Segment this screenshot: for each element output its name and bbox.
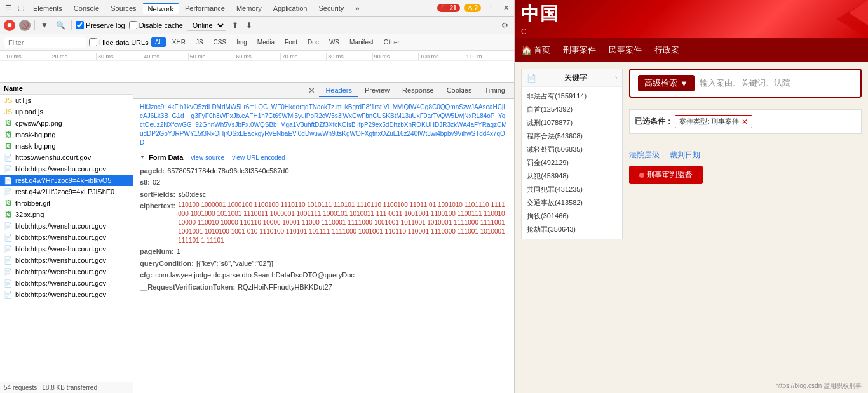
- filter-type-xhr[interactable]: XHR: [168, 37, 189, 47]
- tab-sources[interactable]: Sources: [105, 3, 141, 13]
- file-item-blob-4[interactable]: 📄 blob:https://wenshu.court.gov: [0, 243, 133, 255]
- file-item-wenshu-1[interactable]: 📄 https://wenshu.court.gov: [0, 152, 133, 163]
- devtools-menu-icon[interactable]: ☰: [3, 3, 14, 14]
- keyword-item[interactable]: 拘役(301466): [522, 210, 622, 223]
- settings-icon[interactable]: ⚙: [499, 20, 510, 30]
- detail-tab-headers[interactable]: Headers: [319, 84, 358, 97]
- form-data-section[interactable]: ▼ Form Data view source view URL encoded: [140, 152, 508, 163]
- view-url-encoded-link[interactable]: view URL encoded: [232, 153, 285, 163]
- file-item-cpwswapp-png[interactable]: 🖼 cpwswApp.png: [0, 117, 133, 129]
- keyword-item[interactable]: 程序合法(543608): [522, 130, 622, 143]
- detail-tab-response[interactable]: Response: [396, 84, 440, 97]
- file-item-blob-2[interactable]: 📄 blob:https://wenshu.court.gov: [0, 220, 133, 232]
- tab-application[interactable]: Application: [268, 3, 313, 13]
- file-item-blob-5[interactable]: 📄 blob:https://wenshu.court.gov: [0, 255, 133, 266]
- file-list-scroll[interactable]: JS util.js JS upload.js 🖼 cpwswApp.png 🖼…: [0, 95, 133, 382]
- tab-security[interactable]: Security: [313, 3, 349, 13]
- hide-data-urls-checkbox[interactable]: Hide data URLs: [89, 38, 149, 46]
- view-source-link[interactable]: view source: [191, 153, 224, 163]
- close-detail-icon[interactable]: ✕: [304, 84, 319, 97]
- more-options-icon[interactable]: ⋮: [485, 3, 496, 14]
- detail-content[interactable]: HifJzoc9: 4kFib1kvO5zdLDMdMW5Lr6mLQC_WF0…: [133, 99, 514, 393]
- keyword-item[interactable]: 抢劫罪(350643): [522, 223, 622, 236]
- filter-type-media[interactable]: Media: [254, 37, 278, 47]
- keyword-item[interactable]: 自首(1254392): [522, 103, 622, 116]
- search-icon[interactable]: 🔍: [54, 20, 67, 30]
- filter-type-font[interactable]: Font: [281, 37, 301, 47]
- file-item-mask-bg-2[interactable]: 🖼 mask-bg.png: [0, 140, 133, 152]
- file-item-mask-bg-1[interactable]: 🖼 mask-bg.png: [0, 129, 133, 140]
- remove-condition-icon[interactable]: ✕: [742, 117, 748, 126]
- file-item-32px[interactable]: 🖼 32px.png: [0, 209, 133, 220]
- upload-icon[interactable]: ⬆: [230, 20, 240, 30]
- keyword-expand-icon[interactable]: ›: [615, 74, 617, 81]
- filter-type-doc[interactable]: Doc: [304, 37, 323, 47]
- nav-admin[interactable]: 行政案: [654, 44, 679, 56]
- filter-type-css[interactable]: CSS: [210, 37, 231, 47]
- file-item-blob-1[interactable]: 📄 blob:https://wenshu.court.gov: [0, 163, 133, 175]
- keyword-item[interactable]: 从犯(458948): [522, 170, 622, 183]
- keyword-item[interactable]: 交通事故(413582): [522, 196, 622, 210]
- keyword-item[interactable]: 非法占有(1559114): [522, 90, 622, 103]
- download-icon[interactable]: ⬇: [244, 20, 254, 30]
- nav-criminal[interactable]: 刑事案件: [563, 44, 596, 56]
- warn-count-badge: ⚠ 2: [464, 4, 481, 12]
- disable-cache-checkbox[interactable]: Disable cache: [129, 21, 183, 29]
- filter-type-manifest[interactable]: Manifest: [346, 37, 377, 47]
- file-item-rest-1[interactable]: 📄 rest.q4w?HifJzoc9=4kFiblkvO5: [0, 175, 133, 186]
- keyword-item[interactable]: 减刑(1078877): [522, 116, 622, 130]
- img-file-icon: 🖼: [4, 210, 13, 219]
- tab-memory[interactable]: Memory: [231, 3, 267, 13]
- file-item-blob-8[interactable]: 📄 blob:https://wenshu.court.gov: [0, 289, 133, 300]
- tab-elements[interactable]: Elements: [28, 3, 67, 13]
- record-button[interactable]: ⏺: [4, 20, 15, 31]
- filter-type-all[interactable]: All: [151, 37, 166, 47]
- filter-type-ws[interactable]: WS: [325, 37, 343, 47]
- detail-tab-timing[interactable]: Timing: [478, 84, 512, 97]
- throttle-select[interactable]: Online: [187, 20, 226, 31]
- filter-type-js[interactable]: JS: [192, 37, 207, 47]
- keyword-item[interactable]: 共同犯罪(431235): [522, 183, 622, 196]
- field-label: pageNum:: [140, 246, 174, 257]
- img-file-icon: 🖼: [4, 130, 13, 139]
- filter-type-other[interactable]: Other: [380, 37, 403, 47]
- filter-type-img[interactable]: Img: [233, 37, 251, 47]
- preserve-log-checkbox[interactable]: Preserve log: [76, 21, 125, 29]
- court-level-filter[interactable]: 法院层级 ↓: [629, 150, 665, 161]
- devtools-inspect-icon[interactable]: ⬚: [15, 3, 27, 14]
- timeline-bar: 10 ms 20 ms 30 ms 40 ms 50 ms 60 ms 70 m…: [0, 51, 514, 83]
- tab-performance[interactable]: Performance: [180, 3, 230, 13]
- file-item-throbber[interactable]: 🖼 throbber.gif: [0, 197, 133, 209]
- nav-home-label: 首页: [534, 44, 550, 56]
- clear-button[interactable]: 🚫: [19, 20, 31, 31]
- tab-console[interactable]: Console: [69, 3, 104, 13]
- filter-icon[interactable]: ▼: [39, 20, 50, 30]
- criminal-supervision-button[interactable]: 刑事审判监督: [629, 166, 703, 184]
- file-item-util-js[interactable]: JS util.js: [0, 95, 133, 106]
- filter-input[interactable]: [4, 37, 86, 48]
- advanced-search-button[interactable]: 高级检索 ▼: [638, 75, 695, 91]
- search-input-placeholder[interactable]: 输入案由、关键词、法院: [700, 77, 853, 89]
- file-item-upload-js[interactable]: JS upload.js: [0, 106, 133, 117]
- file-item-blob-6[interactable]: 📄 blob:https://wenshu.court.gov: [0, 266, 133, 277]
- date-filter[interactable]: 裁判日期 ↓: [670, 150, 705, 161]
- close-devtools-icon[interactable]: ✕: [500, 3, 512, 14]
- blob-file-icon: 📄: [4, 256, 13, 265]
- keyword-item[interactable]: 减轻处罚(506835): [522, 143, 622, 156]
- toolbar-separator-2: [71, 20, 72, 30]
- detail-tab-preview[interactable]: Preview: [358, 84, 396, 97]
- file-item-blob-7[interactable]: 📄 blob:https://wenshu.court.gov: [0, 277, 133, 289]
- tab-more[interactable]: »: [350, 3, 364, 13]
- file-count-bar: 54 requests 18.8 KB transferred: [0, 382, 133, 393]
- detail-tab-cookies[interactable]: Cookies: [440, 84, 478, 97]
- field-value: com.lawyee.judge.dc.parse.dto.SearchData…: [155, 270, 355, 281]
- file-item-rest-2[interactable]: 📄 rest.q4w?HifJzoc9=4xLPJiShE0: [0, 186, 133, 197]
- nav-civil[interactable]: 民事案件: [609, 44, 642, 56]
- keyword-item[interactable]: 罚金(492129): [522, 156, 622, 170]
- nav-home[interactable]: 🏠 首页: [521, 44, 550, 56]
- file-item-blob-3[interactable]: 📄 blob:https://wenshu.court.gov: [0, 232, 133, 243]
- tick-70ms: 70 ms: [280, 53, 326, 60]
- devtools-main-area: Name JS util.js JS upload.js 🖼 cpwswApp.…: [0, 83, 514, 393]
- tab-network[interactable]: Network: [143, 3, 179, 14]
- timeline-waterfall[interactable]: [0, 61, 514, 81]
